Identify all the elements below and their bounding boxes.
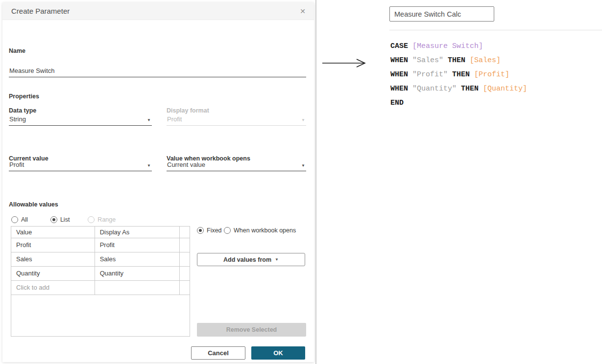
add-values-from-label: Add values from xyxy=(223,256,271,263)
remove-selected-label: Remove Selected xyxy=(226,326,277,333)
value-list-table: Value Display As ProfitProfitSalesSalesQ… xyxy=(11,226,190,337)
current-value-value: Profit xyxy=(9,161,24,168)
display-format-label: Display format xyxy=(167,107,209,114)
value-list-row[interactable]: ProfitProfit xyxy=(11,238,190,252)
click-to-add-cell[interactable]: Click to add xyxy=(11,280,95,295)
radio-range-label: Range xyxy=(97,216,116,223)
radio-when-workbook-opens[interactable]: When workbook opens xyxy=(224,227,296,234)
allowable-values-heading: Allowable values xyxy=(9,201,58,208)
radio-when-workbook-opens-label: When workbook opens xyxy=(234,227,296,234)
data-type-dropdown[interactable]: String ▼ xyxy=(9,114,152,126)
chevron-down-icon: ▼ xyxy=(301,163,305,168)
value-when-workbook-opens-value: Current value xyxy=(167,161,205,168)
screen: Create Parameter ✕ Name Measure Switch P… xyxy=(0,0,602,364)
name-label: Name xyxy=(9,47,25,54)
spacer-cell xyxy=(179,238,190,252)
radio-fixed-label: Fixed xyxy=(207,227,222,234)
ok-label: OK xyxy=(273,349,283,357)
radio-all-circle xyxy=(11,216,18,223)
calc-code-line: WHEN "Quantity" THEN [Quantity] xyxy=(390,82,527,96)
radio-range-circle xyxy=(88,216,95,223)
calc-name-value: Measure Switch Calc xyxy=(394,10,461,18)
close-icon[interactable]: ✕ xyxy=(300,8,306,15)
radio-range: Range xyxy=(88,216,116,223)
calc-name-input[interactable]: Measure Switch Calc xyxy=(389,6,494,22)
dialog-title: Create Parameter xyxy=(11,7,70,15)
value-cell[interactable]: Sales xyxy=(11,252,95,266)
chevron-down-icon: ▼ xyxy=(301,118,305,123)
dialog-titlebar: Create Parameter ✕ xyxy=(2,2,314,20)
chevron-down-icon: ▼ xyxy=(275,257,279,262)
data-type-value: String xyxy=(9,115,26,123)
parameter-name-value: Measure Switch xyxy=(9,67,54,74)
cancel-label: Cancel xyxy=(208,349,229,357)
value-list-row[interactable]: QuantityQuantity xyxy=(11,266,190,280)
value-when-workbook-opens-dropdown[interactable]: Current value ▼ xyxy=(167,160,306,171)
cancel-button[interactable]: Cancel xyxy=(191,346,245,360)
value-source-radio-group: Fixed When workbook opens xyxy=(197,227,296,237)
create-parameter-dialog: Create Parameter ✕ Name Measure Switch P… xyxy=(2,2,314,362)
display-format-dropdown: Profit ▼ xyxy=(167,114,306,126)
radio-all[interactable]: All xyxy=(11,216,28,223)
calc-code-line: WHEN "Sales" THEN [Sales] xyxy=(390,53,527,68)
ok-button[interactable]: OK xyxy=(251,346,305,360)
radio-fixed[interactable]: Fixed xyxy=(197,227,222,234)
value-cell[interactable]: Profit xyxy=(11,238,95,252)
calc-code-line: END xyxy=(390,96,527,110)
value-list-add-row[interactable]: Click to add xyxy=(11,280,190,295)
chevron-down-icon: ▼ xyxy=(147,118,151,123)
data-type-label: Data type xyxy=(9,107,36,114)
radio-all-label: All xyxy=(21,216,28,223)
properties-heading: Properties xyxy=(9,93,39,100)
display-as-cell xyxy=(95,280,179,295)
display-as-cell[interactable]: Profit xyxy=(95,238,179,252)
current-value-dropdown[interactable]: Profit ▼ xyxy=(9,160,152,171)
calc-formula-editor[interactable]: CASE [Measure Switch]WHEN "Sales" THEN [… xyxy=(390,39,527,110)
radio-fixed-circle xyxy=(197,227,204,234)
spacer-cell xyxy=(179,266,190,280)
value-list-header-row: Value Display As xyxy=(11,227,190,238)
add-values-from-button[interactable]: Add values from ▼ xyxy=(197,253,305,266)
value-cell[interactable]: Quantity xyxy=(11,266,95,280)
allowable-values-radio-group: All List Range xyxy=(11,216,116,223)
remove-selected-button: Remove Selected xyxy=(197,323,306,337)
value-list-row[interactable]: SalesSales xyxy=(11,252,190,266)
display-format-value: Profit xyxy=(167,115,182,123)
display-as-cell[interactable]: Quantity xyxy=(95,266,179,280)
radio-list-label: List xyxy=(60,216,70,223)
column-header-value: Value xyxy=(11,227,95,238)
chevron-down-icon: ▼ xyxy=(147,163,151,168)
radio-list[interactable]: List xyxy=(50,216,70,223)
radio-list-circle xyxy=(50,216,57,223)
radio-when-workbook-opens-circle xyxy=(224,227,231,234)
calc-code-line: WHEN "Profit" THEN [Profit] xyxy=(390,68,527,82)
arrow-icon xyxy=(321,58,367,70)
calc-panel-divider xyxy=(389,30,602,30)
parameter-name-input[interactable]: Measure Switch xyxy=(9,64,306,77)
column-header-display-as: Display As xyxy=(95,227,179,238)
vertical-divider xyxy=(315,0,316,364)
display-as-cell[interactable]: Sales xyxy=(95,252,179,266)
column-header-spacer xyxy=(179,227,190,238)
calc-code-line: CASE [Measure Switch] xyxy=(390,39,527,53)
spacer-cell xyxy=(179,280,190,295)
spacer-cell xyxy=(179,252,190,266)
